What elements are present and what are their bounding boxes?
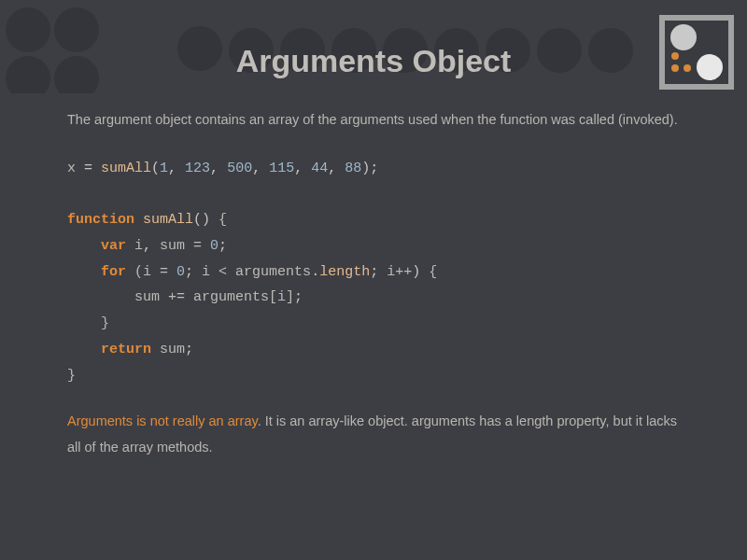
footnote-highlight: Arguments is not really an array <box>67 413 258 428</box>
code-block: x = sumAll(1, 123, 500, 115, 44, 88); fu… <box>67 156 680 389</box>
svg-point-5 <box>684 64 691 72</box>
slide-title: Arguments Object <box>0 0 747 79</box>
intro-text: The argument object contains an array of… <box>67 107 680 133</box>
logo-badge <box>659 15 734 90</box>
svg-point-4 <box>671 64 679 72</box>
svg-point-2 <box>670 24 697 50</box>
footnote: Arguments is not really an array. It is … <box>67 409 680 460</box>
slide-content: The argument object contains an array of… <box>0 79 747 460</box>
svg-point-3 <box>697 54 723 80</box>
svg-point-6 <box>671 52 679 60</box>
